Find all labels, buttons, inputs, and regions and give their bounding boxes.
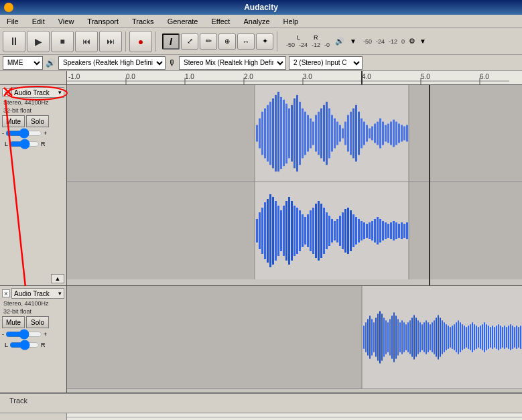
svg-rect-160 xyxy=(389,319,391,355)
svg-rect-129 xyxy=(382,221,384,240)
svg-rect-182 xyxy=(434,320,435,354)
svg-rect-180 xyxy=(430,324,431,350)
draw-tool[interactable]: ✏ xyxy=(200,33,217,50)
svg-rect-215 xyxy=(500,326,501,349)
svg-rect-134 xyxy=(395,222,397,239)
track-1-channel-2-wave xyxy=(67,182,522,279)
svg-rect-117 xyxy=(350,210,352,251)
track-2-channel-1: 1.0 0.5 0.0 -0.5 -1.0 xyxy=(67,286,522,389)
svg-rect-85 xyxy=(264,202,266,259)
track-2-name-button[interactable]: Audio Track ▾ xyxy=(11,288,64,299)
multi-tool[interactable]: ✦ xyxy=(256,33,273,50)
track-1-pan-slider[interactable] xyxy=(9,139,40,149)
svg-rect-189 xyxy=(448,326,449,349)
track-1-solo-button[interactable]: Solo xyxy=(26,115,49,127)
svg-rect-136 xyxy=(401,222,403,239)
channels-select[interactable]: 2 (Stereo) Input C xyxy=(289,56,363,70)
svg-rect-127 xyxy=(377,217,379,244)
titlebar: Audacity xyxy=(0,0,522,15)
track-1-gain-slider[interactable] xyxy=(5,129,42,138)
record-meter-toggle[interactable]: ⚙ xyxy=(409,37,415,46)
track-1-info1: Stereo, 44100Hz xyxy=(3,99,64,106)
track-1-close-button[interactable]: × xyxy=(2,88,10,96)
svg-rect-33 xyxy=(288,109,290,158)
track-2-gain-max: + xyxy=(44,331,47,338)
menu-analyze[interactable]: Analyze xyxy=(239,16,273,27)
play-button[interactable]: ▶ xyxy=(27,31,50,52)
selection-tool[interactable]: I xyxy=(162,33,180,50)
zoom-tool[interactable]: ⊕ xyxy=(218,33,236,50)
record-button[interactable]: ● xyxy=(129,31,152,52)
track-1-channel-1-wave xyxy=(67,85,522,182)
track-2-mute-solo: Mute Solo xyxy=(2,316,64,328)
svg-rect-109 xyxy=(328,216,330,246)
input-meter-expand[interactable]: ▼ xyxy=(350,38,356,45)
menu-effect[interactable]: Effect xyxy=(208,16,235,27)
menu-generate[interactable]: Generate xyxy=(164,16,202,27)
svg-rect-156 xyxy=(381,313,383,360)
track-1-collapse-button[interactable]: ▲ xyxy=(51,274,64,283)
track-2-header: × Audio Track ▾ xyxy=(2,288,64,299)
svg-rect-166 xyxy=(401,320,403,354)
stop-button[interactable]: ■ xyxy=(51,31,74,52)
track-2-gain-slider[interactable] xyxy=(5,330,42,339)
menu-tracks[interactable]: Tracks xyxy=(128,16,158,27)
meter-scale2: -50-24-120 xyxy=(363,38,405,45)
svg-rect-83 xyxy=(259,212,261,249)
svg-rect-107 xyxy=(323,208,325,254)
menu-help[interactable]: Help xyxy=(279,16,303,27)
output-select[interactable]: Speakers (Realtek High Definit xyxy=(58,56,166,70)
envelope-tool[interactable]: ⤢ xyxy=(181,33,198,50)
track-2-pan-slider[interactable] xyxy=(9,340,40,350)
svg-rect-58 xyxy=(355,105,357,161)
svg-rect-170 xyxy=(409,320,411,354)
svg-rect-214 xyxy=(498,324,499,350)
svg-rect-56 xyxy=(350,112,352,155)
svg-rect-149 xyxy=(367,319,369,355)
input-meter-toggle[interactable]: 🔊 xyxy=(334,36,346,47)
svg-rect-69 xyxy=(385,125,387,142)
svg-rect-97 xyxy=(296,208,298,254)
rewind-button[interactable]: ⏮ xyxy=(75,31,98,52)
svg-rect-124 xyxy=(369,222,371,239)
svg-rect-105 xyxy=(318,201,320,261)
input-select[interactable]: Stereo Mix (Realtek High Defin xyxy=(179,56,286,70)
svg-rect-47 xyxy=(326,102,328,165)
svg-rect-52 xyxy=(339,125,341,142)
track-2-solo-button[interactable]: Solo xyxy=(26,316,49,328)
fast-forward-button[interactable]: ⏭ xyxy=(99,31,122,52)
toolbar-separator-1 xyxy=(125,31,126,52)
svg-rect-120 xyxy=(358,219,360,242)
track-2-gain-row: - + xyxy=(2,330,64,339)
svg-rect-159 xyxy=(387,322,389,352)
svg-rect-164 xyxy=(397,319,399,355)
record-meter-expand[interactable]: ▼ xyxy=(419,38,426,45)
svg-rect-212 xyxy=(494,327,495,348)
bottom-bar xyxy=(0,413,522,420)
track-1-name-button[interactable]: Audio Track ▾ xyxy=(11,87,64,98)
menu-transport[interactable]: Transport xyxy=(83,16,123,27)
svg-rect-38 xyxy=(302,109,304,158)
menu-file[interactable]: File xyxy=(3,16,23,27)
svg-rect-190 xyxy=(450,327,451,348)
svg-rect-196 xyxy=(462,324,463,350)
svg-rect-168 xyxy=(405,324,407,350)
menu-edit[interactable]: Edit xyxy=(28,16,49,27)
svg-rect-217 xyxy=(504,326,505,349)
svg-rect-96 xyxy=(293,206,296,256)
svg-rect-204 xyxy=(478,327,479,348)
svg-rect-46 xyxy=(323,105,325,161)
menu-view[interactable]: View xyxy=(54,16,78,27)
svg-rect-89 xyxy=(275,201,277,261)
track-1-mute-button[interactable]: Mute xyxy=(2,115,25,127)
svg-rect-130 xyxy=(385,222,387,239)
time-shift-tool[interactable]: ↔ xyxy=(237,33,255,50)
left-label: L xyxy=(297,34,300,41)
svg-rect-93 xyxy=(285,201,287,261)
device-toolbar: MME 🔊 Speakers (Realtek High Definit 🎙 S… xyxy=(0,55,522,71)
track-2-mute-button[interactable]: Mute xyxy=(2,316,25,328)
host-select[interactable]: MME xyxy=(3,56,43,70)
svg-text:5.0: 5.0 xyxy=(421,73,430,80)
track-2-close-button[interactable]: × xyxy=(2,289,10,297)
pause-button[interactable]: ⏸ xyxy=(3,31,25,52)
